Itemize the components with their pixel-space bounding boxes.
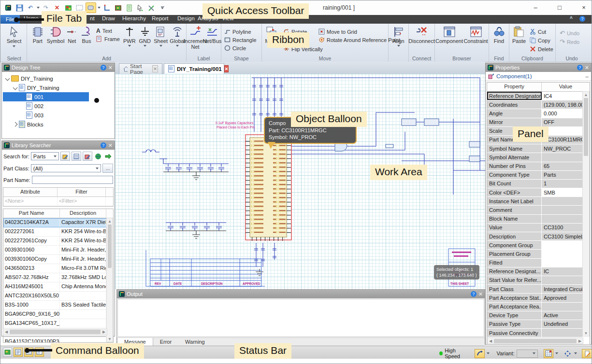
board-icon[interactable] (113, 3, 123, 13)
select-dropdown-caret[interactable] (13, 45, 15, 47)
tab-hierarchy[interactable]: Hierarchy (122, 15, 146, 21)
constraint-browser-button[interactable]: Constraint (463, 24, 489, 44)
move-to-grid-button[interactable]: Move to Grid (318, 28, 357, 35)
command-list-icon[interactable] (14, 348, 23, 357)
ic-cc3100-symbol[interactable] (245, 135, 291, 241)
tab-design[interactable]: Design (177, 15, 195, 21)
parts-table-row[interactable]: 0022272061Copy KKR 254 Wire-to-Board (3, 237, 113, 246)
save-icon[interactable] (14, 3, 24, 13)
parts-table-row[interactable]: 0039301060Copy Mini-Fit Jr. Header, Dua (3, 255, 113, 264)
board-status-icon[interactable] (3, 348, 12, 357)
pwr-dropdown-caret[interactable] (128, 45, 131, 47)
tab-component-partial[interactable]: nt (90, 15, 95, 21)
property-row[interactable]: Comment (487, 206, 582, 214)
tree-item-sheet-003[interactable]: 003 (3, 111, 114, 120)
parts-table-row[interactable]: ABS07-32.768kHz 32.768kHz SMD Low Pr (3, 273, 113, 282)
parts-table-row[interactable]: BGA96CP80_9X16_900X (3, 310, 113, 319)
help-icon[interactable]: ? (579, 16, 585, 22)
close-diy-training-icon[interactable]: ✕ (224, 65, 229, 72)
property-row[interactable]: Part Acceptance Rea... (487, 303, 582, 311)
tools-icon[interactable] (146, 3, 156, 13)
design-tree-close-icon[interactable]: ✕ (108, 65, 113, 71)
property-row[interactable]: Component Type Parts (487, 171, 582, 180)
net-bus-button[interactable]: Net/Bus (204, 24, 220, 50)
collapse-ribbon-icon[interactable]: ^ (570, 16, 573, 21)
output-close-icon[interactable]: ✕ (478, 291, 483, 297)
tab-start-page[interactable]: Start Page ✕ (119, 63, 162, 74)
undo-icon[interactable]: ↶ (26, 3, 35, 13)
properties-header[interactable]: Properties ? ✕ (486, 63, 591, 72)
parts-table-row[interactable]: 0039301060 Mini-Fit Jr. Header, Dua (3, 246, 113, 255)
parts-table-row[interactable]: 0436500213 Micro-Fit 3.0TM Right A (3, 264, 113, 273)
tab-draw[interactable]: Draw (102, 15, 115, 21)
properties-close-icon[interactable]: ✕ (585, 65, 589, 71)
variant-dropdown[interactable] (517, 350, 538, 358)
grid-settings-caret[interactable] (555, 352, 558, 354)
edit-filter-icon[interactable] (83, 152, 92, 161)
component-browser-button[interactable]: Component (435, 24, 463, 44)
section-minimize-icon[interactable]: – (586, 73, 589, 79)
property-row[interactable]: Part Class Integrated Circuit (487, 285, 582, 294)
find-button[interactable]: Find (489, 24, 509, 44)
copy-button[interactable]: Copy (530, 37, 550, 43)
output-help-icon[interactable]: ? (471, 291, 476, 297)
parts-table-row[interactable]: 04023C104KAT2A Capacitor X7R Dielectric (3, 218, 113, 227)
notes-button[interactable] (582, 349, 592, 358)
gnd-dropdown-caret[interactable] (144, 45, 146, 47)
document-new-icon[interactable] (124, 3, 134, 13)
property-row[interactable]: Part Acceptance Stat... Approved (487, 294, 582, 302)
property-row[interactable]: Symbol Alternate (487, 153, 582, 162)
property-row[interactable]: Angle 0.000 (487, 109, 582, 118)
polyline-button[interactable]: Polyline (224, 28, 251, 35)
property-row[interactable]: Block Name (487, 215, 582, 224)
property-row[interactable]: Number of Pins 65 (487, 162, 582, 171)
align-button[interactable]: Align (389, 24, 408, 47)
sheet-dropdown-caret[interactable] (159, 45, 162, 47)
library-searcher-header[interactable]: Library Searcher ? ✕ (2, 141, 115, 150)
design-tree-help-icon[interactable]: ? (101, 65, 106, 70)
list-view-icon[interactable] (72, 152, 81, 161)
design-tree-header[interactable]: Design Tree ? ✕ (2, 63, 115, 72)
highlight-dropdown-caret[interactable] (98, 7, 101, 9)
customize-qat-icon[interactable] (158, 3, 167, 13)
undo-dropdown-caret[interactable] (37, 7, 40, 9)
properties-vscrollbar[interactable]: ▲ ▼ (582, 91, 590, 336)
search-for-dropdown[interactable]: Parts (31, 152, 59, 160)
property-row[interactable]: Symbol Name NW_PROC (487, 144, 582, 153)
property-row[interactable]: Instance Net Label (487, 197, 582, 206)
web-search-icon[interactable] (94, 152, 102, 160)
part-name-input[interactable] (32, 176, 113, 184)
text-button[interactable]: AText (96, 28, 120, 34)
tab-report[interactable]: Report (152, 15, 169, 21)
tree-item-project[interactable]: DIY_Training (3, 74, 114, 83)
fit-view-caret[interactable] (574, 352, 577, 354)
property-row[interactable]: Coordinates (129.000, 198.000) (487, 100, 582, 109)
pan-mode-caret[interactable] (487, 352, 490, 354)
delete-button[interactable]: Delete (530, 46, 553, 52)
rectangle-button[interactable]: Rectangle (224, 37, 257, 43)
paste-button[interactable]: Paste (510, 24, 528, 44)
select-button[interactable]: Select (1, 24, 27, 47)
edit-part-icon[interactable] (60, 152, 70, 161)
fit-view-button[interactable] (563, 349, 573, 358)
corner-ruler-icon[interactable] (102, 3, 112, 13)
property-row[interactable]: Reference Designator IC4 (487, 92, 582, 100)
redo-button[interactable]: ↷Redo (560, 38, 579, 45)
part-button[interactable]: Part (29, 24, 46, 47)
undo-button[interactable]: ↶Undo (560, 29, 579, 37)
tab-diy-training-001[interactable]: DIY_Training/001 ✕ (164, 63, 224, 74)
property-row[interactable]: Reference Designat... IC (487, 267, 582, 276)
pan-mode-button[interactable] (475, 349, 485, 358)
sheet-button[interactable]: Sheet (153, 24, 169, 47)
parts-table-hscrollbar[interactable]: ◀ ▶ (3, 329, 107, 335)
pick-cursor-icon[interactable] (135, 3, 145, 13)
property-row[interactable]: Value CC3100 (487, 224, 582, 232)
bus-button[interactable]: Bus (79, 24, 94, 47)
properties-hscrollbar[interactable]: ◀ ▶ (487, 337, 583, 344)
pwr-button[interactable]: PWR (122, 24, 137, 47)
align-dropdown-caret[interactable] (397, 45, 400, 47)
circle-button[interactable]: Circle (224, 45, 246, 51)
property-row[interactable]: Bit Count 1 (487, 180, 582, 188)
property-row[interactable]: Color <DEF> SMB (487, 188, 582, 197)
gnd-button[interactable]: GND (137, 24, 153, 47)
